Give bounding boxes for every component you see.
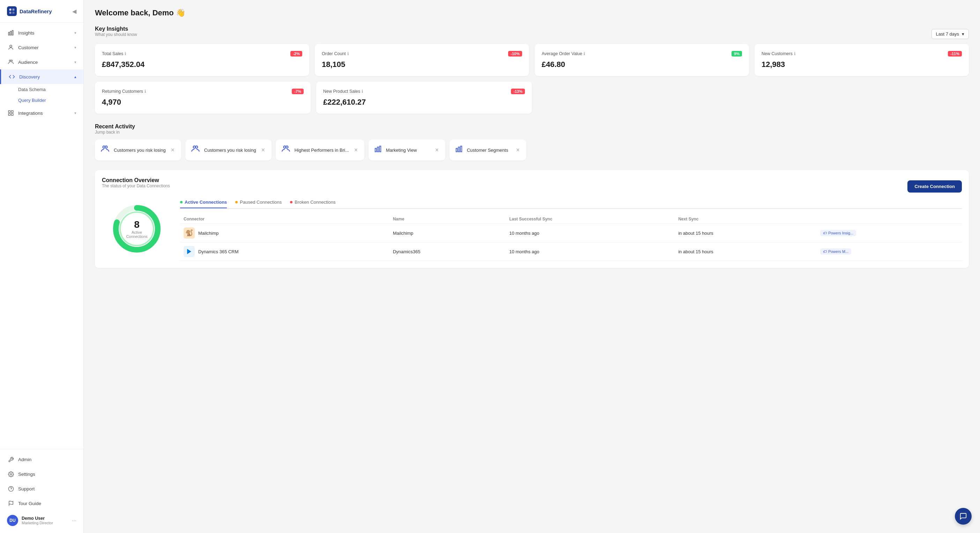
sidebar-item-query-builder[interactable]: Query Builder	[0, 95, 83, 106]
metric-label-returning-customers: Returning Customers ℹ	[102, 89, 146, 94]
wrench-icon	[7, 455, 15, 463]
recent-activity-title: Recent Activity	[95, 124, 969, 130]
close-icon[interactable]: ✕	[260, 146, 266, 154]
connection-overview-title-group: Connection Overview The status of your D…	[102, 177, 170, 195]
metric-card-avg-order-value: Average Order Value ℹ 9% £46.80	[535, 44, 749, 76]
metric-card-total-sales: Total Sales ℹ -2% £847,352.04	[95, 44, 309, 76]
activity-label-risk-2: Customers you risk losing	[204, 148, 256, 153]
close-icon[interactable]: ✕	[434, 146, 440, 154]
conn-next-sync-mailchimp: in about 15 hours	[675, 224, 817, 243]
sidebar-item-support[interactable]: Support	[0, 481, 83, 496]
activity-label-risk-1: Customers you risk losing	[114, 148, 166, 153]
powers-tag-button-dynamics[interactable]: 🏷 Powers M...	[820, 248, 851, 255]
tab-broken-connections[interactable]: Broken Connections	[290, 197, 336, 208]
svg-point-7	[10, 45, 12, 47]
svg-point-23	[286, 146, 288, 148]
connection-overview-title: Connection Overview	[102, 177, 170, 184]
sidebar-item-admin-label: Admin	[18, 457, 76, 462]
close-icon[interactable]: ✕	[170, 146, 175, 154]
main-content-area: Welcome back, Demo 👋 Key Insights What y…	[84, 0, 980, 533]
user-info: Demo User Marketing Director	[22, 516, 68, 525]
activity-label-customer-segments: Customer Segments	[467, 148, 511, 153]
metric-label-order-count: Order Count ℹ	[322, 51, 349, 56]
metric-label-avg-order-value: Average Order Value ℹ	[542, 51, 585, 56]
key-insights-title-group: Key Insights What you should know	[95, 26, 137, 42]
svg-rect-11	[11, 111, 13, 112]
sidebar-item-customer[interactable]: Customer ▾	[0, 40, 83, 55]
key-insights-title: Key Insights	[95, 26, 137, 32]
group-icon	[7, 58, 15, 66]
conn-tag-mailchimp: 🏷 Powers Insig...	[817, 224, 962, 243]
user-role: Marketing Director	[22, 521, 68, 525]
connector-name-mailchimp: Mailchimp	[198, 230, 219, 236]
metric-value-order-count: 18,105	[322, 60, 522, 69]
tab-broken-label: Broken Connections	[294, 200, 336, 205]
info-icon: ℹ	[145, 89, 146, 94]
sidebar-item-tour-guide[interactable]: Tour Guide	[0, 496, 83, 511]
donut-number: 8	[126, 219, 147, 230]
sidebar-item-admin[interactable]: Admin	[0, 452, 83, 467]
col-last-sync: Last Successful Sync	[506, 214, 675, 224]
connection-body: 8 ActiveConnections Active Connections	[102, 197, 962, 261]
powers-tag-button-mailchimp[interactable]: 🏷 Powers Insig...	[820, 230, 856, 236]
svg-marker-33	[187, 249, 191, 254]
metrics-grid: Total Sales ℹ -2% £847,352.04 Order Coun…	[95, 44, 969, 76]
svg-rect-27	[456, 148, 457, 152]
close-icon[interactable]: ✕	[353, 146, 359, 154]
tab-active-connections[interactable]: Active Connections	[180, 197, 227, 208]
activity-card-highest-performers: Highest Performers in Bri... ✕	[276, 140, 364, 160]
chat-button[interactable]	[955, 508, 972, 525]
connection-overview-subtitle: The status of your Data Connections	[102, 184, 170, 188]
svg-point-19	[105, 146, 108, 148]
conn-last-sync-mailchimp: 10 months ago	[506, 224, 675, 243]
badge-returning-customers: -7%	[292, 89, 304, 94]
sidebar-collapse-btn[interactable]: ◀	[72, 8, 76, 15]
recent-activity-section: Recent Activity Jump back in Customers y…	[95, 124, 969, 160]
badge-new-product-sales: -13%	[511, 89, 525, 94]
create-connection-button[interactable]: Create Connection	[907, 180, 962, 192]
tab-paused-connections[interactable]: Paused Connections	[235, 197, 282, 208]
metric-card-new-product-sales: New Product Sales ℹ -13% £222,610.27	[316, 82, 532, 114]
recent-activity-subtitle: Jump back in	[95, 130, 969, 135]
svg-rect-13	[11, 114, 13, 116]
tag-icon: 🏷	[823, 231, 827, 235]
tab-active-label: Active Connections	[185, 200, 227, 205]
sidebar-item-insights[interactable]: Insights ▾	[0, 25, 83, 40]
sidebar-user-area: DU Demo User Marketing Director ⋯	[0, 511, 83, 530]
table-row: 🐒 Mailchimp Mailchimp 10 months ago in a…	[180, 224, 962, 243]
connection-overview-header: Connection Overview The status of your D…	[102, 177, 962, 195]
metric-value-returning-customers: 4,970	[102, 98, 304, 107]
svg-point-21	[196, 146, 198, 148]
sidebar-item-data-schema[interactable]: Data Schema	[0, 84, 83, 95]
sidebar-item-integrations[interactable]: Integrations ▾	[0, 106, 83, 121]
svg-rect-29	[460, 146, 462, 152]
close-icon[interactable]: ✕	[515, 146, 521, 154]
donut-chart-area: 8 ActiveConnections	[102, 197, 172, 261]
connection-tabs: Active Connections Paused Connections Br…	[180, 197, 962, 209]
user-menu-button[interactable]: ⋯	[72, 518, 76, 523]
info-icon: ℹ	[794, 51, 796, 56]
col-actions	[817, 214, 962, 224]
badge-order-count: -10%	[508, 51, 522, 57]
conn-tag-dynamics: 🏷 Powers M...	[817, 243, 962, 261]
chevron-up-icon: ▴	[74, 75, 76, 79]
table-row: Dynamics 365 CRM Dynamics365 10 months a…	[180, 243, 962, 261]
connections-table: Connector Name Last Successful Sync Next…	[180, 214, 962, 261]
col-next-sync: Next Sync	[675, 214, 817, 224]
sidebar-item-discovery[interactable]: Discovery ▴	[0, 70, 83, 84]
metric-label-total-sales: Total Sales ℹ	[102, 51, 126, 56]
tag-icon: 🏷	[823, 249, 827, 254]
chevron-down-icon: ▾	[74, 45, 76, 50]
info-icon: ℹ	[347, 51, 349, 56]
sidebar-nav: Insights ▾ Customer ▾ Audience ▾ Discove…	[0, 23, 83, 449]
sidebar-item-audience[interactable]: Audience ▾	[0, 55, 83, 70]
conn-last-sync-dynamics: 10 months ago	[506, 243, 675, 261]
svg-rect-12	[8, 114, 10, 116]
date-filter[interactable]: Last 7 days ▾	[931, 29, 969, 39]
activity-card-risk-1: Customers you risk losing ✕	[95, 140, 181, 160]
discovery-submenu: Data Schema Query Builder	[0, 84, 83, 106]
metric-label-new-customers: New Customers ℹ	[762, 51, 796, 56]
sidebar-item-settings[interactable]: Settings	[0, 467, 83, 481]
help-circle-icon	[7, 485, 15, 493]
welcome-title: Welcome back, Demo 👋	[95, 8, 969, 17]
